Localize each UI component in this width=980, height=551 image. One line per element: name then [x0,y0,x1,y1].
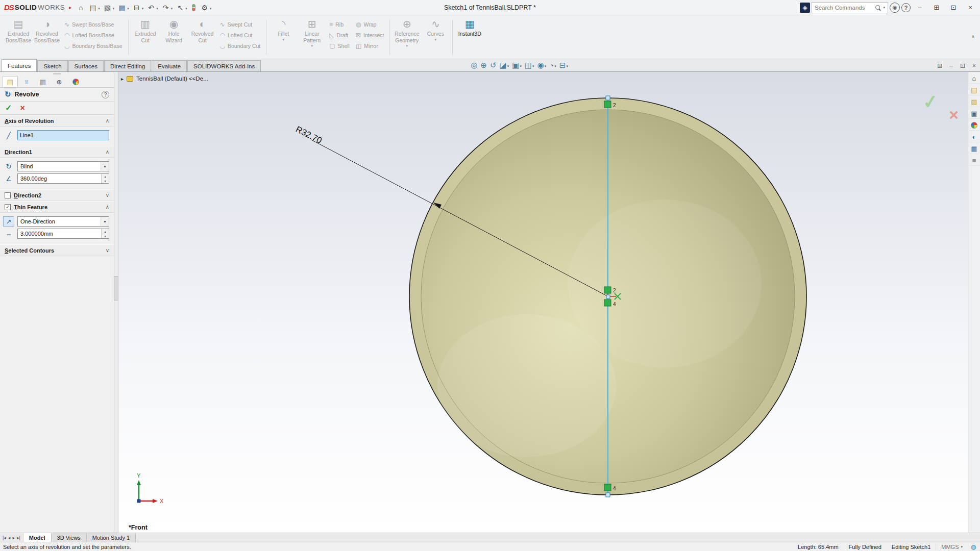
extruded-boss-base-button[interactable]: ▤ Extruded Boss/Base [4,16,33,43]
previous-tab-icon[interactable]: ◂ [8,535,11,540]
view-palette-icon[interactable]: ▣ [969,109,979,119]
search-icon[interactable] [875,5,881,11]
fillet-caret-icon[interactable]: ▾ [282,38,284,42]
selected-contours-section-header[interactable]: Selected Contours ∨ [0,244,114,256]
undo-icon[interactable]: ↶ [145,2,157,14]
angle-input[interactable] [18,174,101,183]
close-doc-icon[interactable]: × [972,62,976,69]
direction2-checkbox[interactable] [5,192,11,198]
instant3d-button[interactable]: ▦ Instant3D [455,16,484,37]
chevron-up-icon[interactable]: ∧ [106,118,109,123]
angle-spinner[interactable]: ▴ ▾ [101,174,109,183]
spin-down-icon[interactable]: ▾ [102,179,109,183]
relation-marker-top[interactable] [604,101,611,108]
tile-windows-icon[interactable]: ⊞ [937,62,942,69]
angle-spin-field[interactable]: ▴ ▾ [17,173,109,184]
help-icon[interactable]: ? [901,3,911,12]
select-caret-icon[interactable]: ▾ [185,7,187,11]
search-input[interactable] [815,5,873,11]
extruded-cut-button[interactable]: ▥ Extruded Cut [131,16,160,43]
taskpane-home-icon[interactable]: ⌂ [969,73,979,84]
mirror-button[interactable]: ◫Mirror [353,41,387,51]
home-icon[interactable]: ⌂ [75,2,87,14]
tab-evaluate[interactable]: Evaluate [152,60,187,71]
tree-expand-icon[interactable]: ▸ [121,76,124,82]
displaymanager-tab[interactable] [68,76,83,87]
caret-icon[interactable]: ▾ [554,64,556,68]
file-explorer-icon[interactable]: ▨ [969,97,979,107]
zoom-area-icon[interactable]: ⊕ [480,61,487,70]
curves-button[interactable]: ∿ Curves ▾ [421,16,450,42]
revolve-direction-icon[interactable]: ↻ [3,161,14,171]
caret-icon[interactable]: ▾ [545,64,547,68]
chevron-down-icon[interactable]: ∨ [106,247,109,253]
section-view-icon[interactable]: ◪▾ [500,61,509,70]
first-tab-icon[interactable]: |◂ [3,535,6,540]
dimxpertmanager-tab[interactable]: ⊕ [52,76,67,87]
featuremanager-tab[interactable]: ▤ [3,76,18,87]
direction2-section-header[interactable]: Direction2 ∨ [0,189,114,201]
tab-features[interactable]: Features [2,59,37,71]
dropdown-caret-icon[interactable]: ▾ [101,162,109,171]
tab-motion-study-1[interactable]: Motion Study 1 [87,533,136,542]
save-icon[interactable]: ▦ [116,2,128,14]
swept-cut-button[interactable]: ∿Swept Cut [217,19,264,29]
ribbon-collapse-icon[interactable]: ∧ [971,34,975,39]
rib-button[interactable]: ≡Rib [326,19,353,29]
spin-up-icon[interactable]: ▴ [102,229,109,234]
reference-geometry-caret-icon[interactable]: ▾ [406,44,408,48]
pm-help-icon[interactable]: ? [102,91,109,98]
chevron-up-icon[interactable]: ∧ [106,204,109,210]
revolved-cut-button[interactable]: ◐ Revolved Cut [188,16,217,43]
dropdown-caret-icon[interactable]: ▾ [101,217,109,226]
minimize-doc-icon[interactable]: – [949,62,953,69]
spin-down-icon[interactable]: ▾ [102,234,109,238]
options-gear-icon[interactable]: ⚙ [199,2,211,14]
hole-wizard-button[interactable]: ◉ Hole Wizard [160,16,188,43]
print-caret-icon[interactable]: ▾ [142,7,144,11]
relation-marker-center-bottom[interactable] [604,299,611,306]
lofted-cut-button[interactable]: ◠Lofted Cut [217,30,264,40]
appearances-icon[interactable] [969,120,979,131]
save-caret-icon[interactable]: ▾ [127,7,129,11]
print-icon[interactable]: ⊟ [131,2,143,14]
thin-type-dropdown[interactable]: One-Direction ▾ [17,216,109,227]
direction1-section-header[interactable]: Direction1 ∧ [0,146,114,158]
confirmation-cancel-icon[interactable]: × [949,106,959,124]
status-globe-icon[interactable]: ◍ [970,543,977,550]
chevron-up-icon[interactable]: ∧ [106,149,109,155]
fillet-button[interactable]: ◝ Fillet ▾ [269,16,298,42]
search-badge-icon[interactable]: ◈ [800,3,810,13]
relation-marker-center-top[interactable] [604,287,611,293]
redo-caret-icon[interactable]: ▾ [171,7,173,11]
rebuild-icon[interactable] [192,4,195,11]
edit-appearance-icon[interactable]: ◔▾ [549,61,556,70]
viewport-canvas[interactable]: R32.70 2 4 2 4 Y [118,72,968,533]
caret-icon[interactable]: ▾ [532,64,534,68]
pm-ok-button[interactable]: ✓ [5,103,12,113]
options-caret-icon[interactable]: ▾ [210,7,212,11]
line-endpoint-bottom[interactable] [606,493,610,497]
draft-button[interactable]: ◺Draft [326,30,353,40]
tile-button[interactable]: ⊞ [929,1,944,14]
confirmation-ok-icon[interactable]: ✓ [922,91,939,114]
swept-boss-base-button[interactable]: ∿Swept Boss/Base [61,19,126,29]
minimize-button[interactable]: – [912,1,927,14]
select-icon[interactable]: ↖ [174,2,186,14]
qat-flyout-icon[interactable]: ▸ [69,5,71,10]
boundary-cut-button[interactable]: ◡Boundary Cut [217,41,264,51]
tab-direct-editing[interactable]: Direct Editing [104,60,151,71]
intersect-button[interactable]: ⊠Intersect [353,30,387,40]
units-selector[interactable]: MMGS ▾ [936,544,968,550]
axis-selection-input[interactable] [20,132,107,138]
last-tab-icon[interactable]: ▸| [17,535,20,540]
axis-section-header[interactable]: Axis of Revolution ∧ [0,115,114,127]
radius-dimension-text[interactable]: R32.70 [294,124,323,146]
redo-icon[interactable]: ↷ [160,2,172,14]
wrap-button[interactable]: ◍Wrap [353,19,387,29]
design-library-icon[interactable]: ▤ [969,85,979,95]
view-orientation-icon[interactable]: ▣▾ [512,61,522,70]
breadcrumb-text[interactable]: TennisBall (Default) <<De... [136,76,208,82]
pm-cancel-button[interactable]: × [20,104,24,113]
display-style-icon[interactable]: ◫▾ [525,61,534,70]
